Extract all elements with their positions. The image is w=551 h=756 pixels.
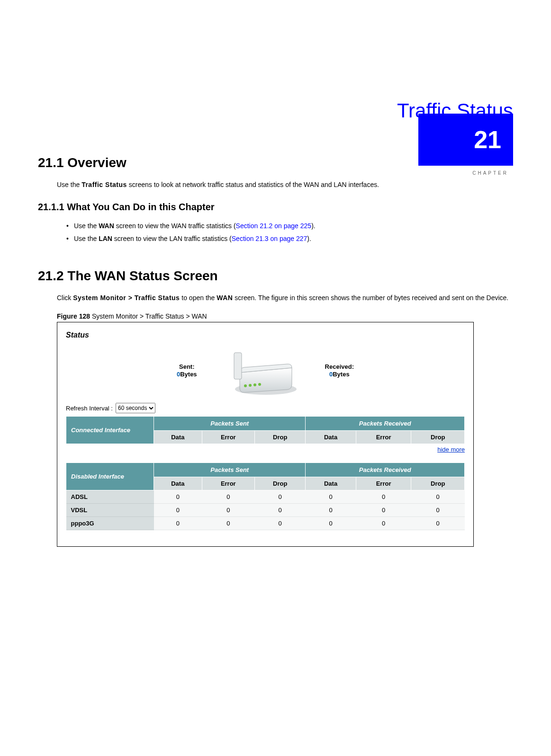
cell: 0 [306, 504, 356, 517]
text: screen. The figure in this screen shows … [233, 294, 508, 302]
refresh-interval-select[interactable]: 60 seconds [116, 403, 155, 413]
cell: 0 [306, 517, 356, 530]
router-icon [221, 344, 301, 396]
overview-paragraph: Use the Traffic Status screens to look a… [57, 180, 513, 190]
chapter-number: 21 [474, 125, 501, 154]
cell: 0 [254, 490, 305, 504]
row-name: ADSL [66, 490, 154, 504]
table-row: VDSL 0 0 0 0 0 0 [66, 504, 465, 517]
text: screen to view the WAN traffic statistic… [114, 222, 236, 230]
wan-paragraph: Click System Monitor > Traffic Status to… [57, 293, 513, 303]
table-corner: Disabled Interface [66, 463, 154, 490]
text-bold: Traffic Status [81, 181, 127, 188]
sent-unit: Bytes [180, 371, 197, 378]
subhead: Drop [254, 477, 305, 490]
group-sent: Packets Sent [154, 417, 306, 431]
svg-point-3 [249, 384, 252, 387]
subhead: Data [154, 477, 202, 490]
cell: 0 [306, 490, 356, 504]
caption-text: System Monitor > Traffic Status > WAN [90, 312, 207, 320]
xref-link[interactable]: Section 21.2 on page 225 [236, 222, 312, 230]
text: Use the [74, 235, 99, 242]
cell: 0 [202, 517, 254, 530]
recv-label: Received: [325, 363, 354, 370]
text-bold: LAN [99, 235, 112, 242]
cell: 0 [202, 504, 254, 517]
svg-point-2 [244, 384, 247, 387]
recv-unit: Bytes [333, 371, 349, 378]
cell: 0 [356, 504, 411, 517]
group-sent: Packets Sent [154, 463, 306, 477]
text: screens to look at network traffic statu… [127, 181, 379, 188]
recv-block: Received: 0Bytes [325, 363, 354, 378]
row-name: VDSL [66, 504, 154, 517]
table-row: pppo3G 0 0 0 0 0 0 [66, 517, 465, 530]
subhead: Data [306, 477, 356, 490]
cell: 0 [411, 517, 465, 530]
text: ). [307, 235, 311, 242]
table-corner: Connected Interface [66, 417, 154, 444]
text-bold: System Monitor > Traffic Status [73, 294, 180, 302]
text: ). [311, 222, 316, 230]
chapter-label: CHAPTER [472, 170, 508, 176]
cell: 0 [202, 490, 254, 504]
subhead: Error [356, 477, 411, 490]
cell: 0 [154, 490, 202, 504]
list-item: Use the LAN screen to view the LAN traff… [66, 232, 513, 245]
text-bold: WAN [99, 222, 114, 230]
subhead: Data [154, 431, 202, 444]
text: to open the [180, 294, 217, 302]
caption-label: Figure 128 [57, 312, 90, 320]
subhead: Error [202, 431, 254, 444]
group-recv: Packets Received [306, 463, 465, 477]
group-recv: Packets Received [306, 417, 465, 431]
cell: 0 [411, 490, 465, 504]
cell: 0 [356, 517, 411, 530]
disabled-interface-table: Disabled Interface Packets Sent Packets … [66, 462, 465, 530]
subhead: Drop [411, 477, 465, 490]
refresh-row: Refresh Interval : 60 seconds [66, 403, 465, 413]
subhead: Data [306, 431, 356, 444]
subhead: Error [202, 477, 254, 490]
refresh-label: Refresh Interval : [66, 405, 113, 412]
figure-caption: Figure 128 System Monitor > Traffic Stat… [57, 312, 513, 320]
sent-label: Sent: [177, 363, 197, 370]
chapter-badge: 21 [418, 114, 513, 166]
sent-block: Sent: 0Bytes [177, 363, 197, 378]
figure-screenshot: Status Sent: 0Bytes [57, 322, 474, 547]
cando-list: Use the WAN screen to view the WAN traff… [66, 220, 513, 245]
row-name: pppo3G [66, 517, 154, 530]
section-wan-heading: 21.2 The WAN Status Screen [38, 268, 513, 284]
svg-point-5 [258, 383, 261, 386]
cell: 0 [254, 517, 305, 530]
subsection-cando-heading: 21.1.1 What You Can Do in this Chapter [38, 202, 513, 213]
text: Use the [74, 222, 99, 230]
cell: 0 [356, 490, 411, 504]
table-row: ADSL 0 0 0 0 0 0 [66, 490, 465, 504]
subhead: Error [356, 431, 411, 444]
subhead: Drop [411, 431, 465, 444]
recv-value-row: 0Bytes [325, 370, 354, 378]
status-graphic: Sent: 0Bytes [66, 344, 465, 396]
hide-more-link[interactable]: hide more [66, 446, 465, 453]
svg-point-4 [253, 383, 256, 386]
text: Click [57, 294, 73, 302]
cell: 0 [154, 517, 202, 530]
text: Use the [57, 181, 81, 188]
cell: 0 [154, 504, 202, 517]
text-bold: WAN [217, 294, 233, 302]
status-title: Status [66, 331, 465, 339]
text: screen to view the LAN traffic statistic… [112, 235, 232, 242]
cell: 0 [411, 504, 465, 517]
subhead: Drop [254, 431, 305, 444]
cell: 0 [254, 504, 305, 517]
list-item: Use the WAN screen to view the WAN traff… [66, 220, 513, 232]
svg-rect-1 [234, 353, 242, 379]
connected-interface-table: Connected Interface Packets Sent Packets… [66, 416, 465, 444]
xref-link[interactable]: Section 21.3 on page 227 [232, 235, 307, 242]
sent-value-row: 0Bytes [177, 370, 197, 378]
